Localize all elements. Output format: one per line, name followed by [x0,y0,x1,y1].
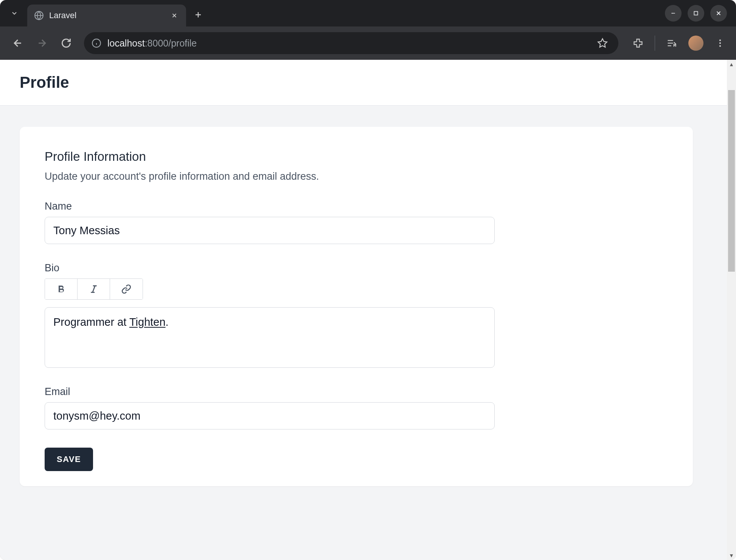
svg-marker-15 [598,39,607,47]
svg-rect-7 [694,11,697,15]
bio-field-group: Bio Programmer at Tig [45,262,668,368]
link-icon [121,284,131,294]
bio-editor[interactable]: Programmer at Tighten. [45,307,495,368]
browser-window: Laravel [0,0,736,560]
browser-toolbar: localhost:8000/profile [0,26,736,60]
close-icon [171,12,178,19]
svg-line-24 [92,286,95,292]
profile-avatar[interactable] [688,36,703,51]
reload-button[interactable] [56,33,76,53]
bio-text-suffix: . [166,316,169,328]
email-input[interactable] [45,402,495,429]
arrow-left-icon [12,37,23,49]
svg-point-20 [719,42,721,44]
window-controls [665,5,736,22]
forward-button[interactable] [32,33,52,53]
link-button[interactable] [110,279,143,299]
tab-strip: Laravel [0,0,736,26]
browser-tab[interactable]: Laravel [27,5,186,26]
italic-icon [89,284,99,294]
url-text: localhost:8000/profile [107,38,197,49]
bookmark-button[interactable] [594,35,611,51]
new-tab-button[interactable] [189,6,207,24]
bio-format-toolbar [45,278,143,300]
arrow-right-icon [36,37,48,49]
scrollbar[interactable]: ▲ ▼ [727,60,736,560]
section-heading: Profile Information [45,149,668,164]
name-label: Name [45,201,668,212]
profile-card: Profile Information Update your account'… [20,127,693,486]
media-control-button[interactable] [663,35,680,51]
address-bar[interactable]: localhost:8000/profile [84,32,618,54]
minimize-icon [670,10,676,16]
email-field-group: Email [45,386,668,429]
window-close-button[interactable] [710,5,727,22]
puzzle-icon [633,38,643,48]
bold-button[interactable] [45,279,78,299]
scroll-thumb[interactable] [728,90,735,272]
browser-chrome: Laravel [0,0,736,60]
playlist-icon [666,38,677,48]
window-maximize-button[interactable] [688,5,704,22]
scroll-up-button[interactable]: ▲ [727,60,736,69]
info-icon [92,38,101,48]
plus-icon [194,10,203,19]
window-minimize-button[interactable] [665,5,682,22]
section-description: Update your account's profile informatio… [45,171,668,182]
tab-title: Laravel [49,11,164,20]
svg-point-21 [719,45,721,47]
page-viewport: Profile Profile Information Update your … [0,60,727,560]
save-button[interactable]: SAVE [45,448,93,471]
bio-text-prefix: Programmer at [53,316,129,328]
close-icon [715,10,722,17]
extensions-button[interactable] [630,35,646,51]
bio-label: Bio [45,262,668,274]
globe-icon [34,11,44,20]
reload-icon [61,38,71,48]
content-area: Profile Profile Information Update your … [0,60,736,560]
name-input[interactable] [45,217,495,244]
tab-search-dropdown[interactable] [5,3,24,23]
back-button[interactable] [8,33,28,53]
svg-point-19 [719,39,721,41]
bio-link[interactable]: Tighten [129,316,166,328]
chevron-down-icon [11,9,18,17]
scroll-down-button[interactable]: ▼ [727,551,736,560]
page-title: Profile [20,73,707,92]
kebab-icon [715,38,725,48]
italic-button[interactable] [78,279,110,299]
chrome-menu-button[interactable] [712,35,728,51]
page-header: Profile [0,60,727,106]
site-info-button[interactable] [92,38,101,48]
name-field-group: Name [45,201,668,244]
toolbar-separator [655,36,655,51]
email-label: Email [45,386,668,398]
bold-icon [56,284,67,294]
star-icon [597,38,608,48]
tab-close-button[interactable] [169,12,179,19]
maximize-icon [693,10,699,16]
